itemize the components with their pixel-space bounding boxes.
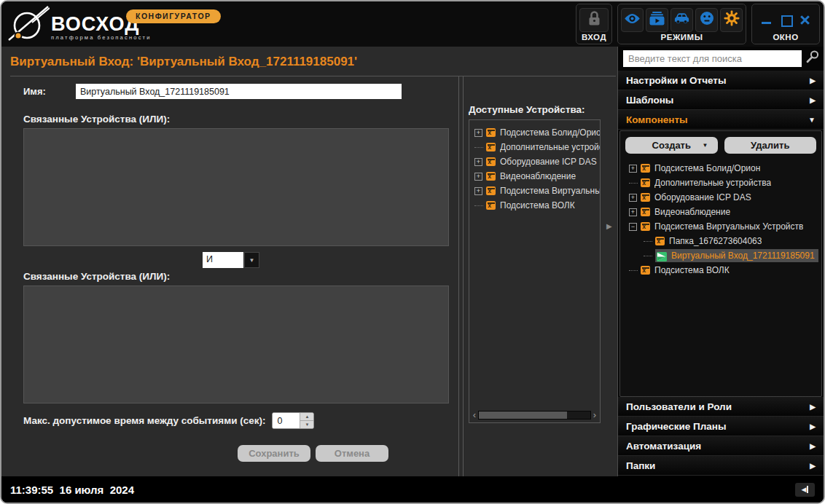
section-components[interactable]: Компоненты ▼ (618, 110, 824, 130)
section-templates[interactable]: Шаблоны ▶ (618, 90, 824, 110)
expand-toggle[interactable]: + (474, 158, 482, 166)
tree-connector (644, 256, 652, 256)
tree-item-selected[interactable]: Виртуальный Вход_1721119185091 (624, 248, 821, 263)
persons-mode-button[interactable] (695, 8, 718, 32)
subsystem-folder-icon (486, 157, 496, 166)
subsystem-folder-icon (486, 201, 496, 210)
tree-item[interactable]: − Подсистема Виртуальных Устройств (624, 219, 821, 234)
maximize-icon[interactable] (780, 14, 791, 25)
subsystem-folder-icon (641, 164, 650, 173)
expand-toggle[interactable]: + (629, 194, 637, 202)
section-users-roles[interactable]: Пользователи и Роли ▶ (618, 397, 824, 417)
section-settings-reports[interactable]: Настройки и Отчеты ▶ (618, 71, 824, 90)
login-group: ВХОД (576, 4, 612, 44)
tree-item-label: Видеонаблюдение (500, 171, 576, 181)
chevron-down-icon: ▼ (249, 257, 255, 264)
tree-item[interactable]: Дополнительные устройства (469, 140, 600, 154)
scrollbar-track[interactable] (478, 411, 591, 420)
expand-toggle[interactable]: + (474, 173, 482, 181)
window-group-label: ОКНО (773, 33, 798, 42)
tree-item[interactable]: Папка_1676273604063 (624, 234, 821, 248)
linked-devices-label-top: Связанные Устройства (ИЛИ): (23, 114, 455, 125)
chevron-right-icon: ▶ (810, 403, 816, 411)
spinner-up-button[interactable]: ▲ (300, 413, 313, 421)
subsystem-folder-icon (486, 186, 496, 195)
tree-item-label: Подсистема ВОЛК (654, 265, 730, 275)
search-icon[interactable] (805, 50, 820, 68)
chevron-right-icon: ▶ (810, 442, 816, 450)
tree-item-label: Подсистема ВОЛК (500, 200, 575, 210)
expand-toggle[interactable]: + (629, 208, 637, 216)
tree-item[interactable]: + Видеонаблюдение (469, 169, 600, 184)
video-mode-button[interactable] (646, 8, 668, 32)
logo-subtitle: платформа безопасности (51, 34, 152, 41)
tree-item[interactable]: + Подсистема Болид/Орион (469, 125, 600, 140)
subsystem-folder-icon (641, 208, 650, 216)
cancel-button[interactable]: Отмена (316, 445, 388, 462)
transport-mode-button[interactable] (670, 8, 693, 32)
expand-toggle[interactable]: + (474, 129, 482, 137)
subsystem-folder-icon (641, 178, 650, 187)
subsystem-folder-icon (641, 222, 650, 231)
tree-item[interactable]: + Подсистема Болид/Орион (624, 161, 821, 176)
collapse-bar-icon (807, 486, 808, 493)
configurator-mode-button[interactable] (720, 8, 743, 32)
section-automation[interactable]: Автоматизация ▶ (618, 436, 824, 456)
linked-devices-list-bottom[interactable] (23, 286, 449, 403)
tree-item[interactable]: + Подсистема Виртуальных Устройств (469, 184, 600, 198)
max-time-label: Макс. допустимое время между событиями (… (23, 415, 265, 426)
available-devices-tree: + Подсистема Болид/Орион Дополнительные … (469, 119, 601, 423)
spinner-up-icon: ▲ (305, 414, 309, 419)
spinner-down-button[interactable]: ▼ (300, 421, 313, 428)
expand-toggle[interactable]: + (474, 187, 482, 195)
scroll-right-icon[interactable]: › (591, 411, 598, 420)
max-time-spinner: ▲ ▼ (272, 412, 314, 429)
section-folders[interactable]: Папки ▶ (618, 456, 824, 476)
lock-icon (587, 10, 601, 29)
search-input[interactable] (623, 50, 802, 67)
window-group: ОКНО (751, 4, 820, 44)
close-icon[interactable] (799, 14, 810, 25)
scroll-left-icon[interactable]: ‹ (471, 411, 478, 420)
collapse-events-panel-button[interactable]: ◀ (795, 483, 815, 497)
tree-item[interactable]: Подсистема ВОЛК (469, 198, 600, 213)
virtual-input-form: Имя: Связанные Устройства (ИЛИ): И ▼ Свя… (10, 76, 455, 476)
scrollbar-thumb[interactable] (479, 412, 567, 419)
operator-select[interactable]: И ▼ (203, 252, 259, 268)
subsystem-folder-icon (486, 143, 496, 151)
minimize-icon[interactable] (761, 14, 773, 25)
page-title: Виртуальный Вход: 'Виртуальный Вход_1721… (10, 55, 617, 69)
tree-item[interactable]: + Оборудование ICP DAS (469, 154, 600, 169)
login-button[interactable] (579, 8, 609, 32)
operator-dropdown-button[interactable]: ▼ (244, 252, 259, 268)
expand-toggle[interactable]: + (629, 165, 637, 173)
vertical-splitter[interactable] (458, 76, 464, 476)
eye-icon (624, 13, 641, 27)
tree-item-label: Подсистема Болид/Орион (500, 127, 600, 138)
collapse-toggle[interactable]: − (629, 223, 637, 231)
editor-area: Виртуальный Вход: 'Виртуальный Вход_1721… (1, 47, 617, 476)
tree-item-label: Оборудование ICP DAS (654, 192, 751, 202)
tree-item-label: Видеонаблюдение (654, 207, 730, 217)
subsystem-folder-icon (641, 266, 650, 275)
tree-connector (644, 241, 652, 242)
tree-item[interactable]: Подсистема ВОЛК (624, 263, 821, 277)
gear-icon (724, 10, 740, 29)
linked-devices-list-top[interactable] (23, 128, 449, 246)
chevron-right-icon: ▶ (810, 76, 816, 84)
delete-button[interactable]: Удалить (724, 137, 817, 154)
titlebar: ВОСХОД платформа безопасности КОНФИГУРАТ… (1, 1, 824, 47)
car-icon (673, 12, 690, 28)
tree-item[interactable]: + Видеонаблюдение (624, 205, 821, 219)
max-time-input[interactable] (273, 413, 300, 428)
tree-item[interactable]: Дополнительные устройства (624, 176, 821, 190)
create-button[interactable]: Создать ▼ (625, 137, 718, 154)
name-input[interactable] (76, 84, 402, 99)
tree-item[interactable]: + Оборудование ICP DAS (624, 190, 821, 205)
section-graphic-plans[interactable]: Графические Планы ▶ (618, 417, 824, 436)
expand-panel-icon[interactable]: ▶ (606, 222, 612, 230)
titlebar-groups: ВХОД (576, 4, 820, 44)
monitoring-mode-button[interactable] (621, 8, 644, 32)
linked-devices-label-bottom: Связанные Устройства (ИЛИ): (23, 271, 455, 282)
save-button[interactable]: Сохранить (238, 445, 310, 462)
